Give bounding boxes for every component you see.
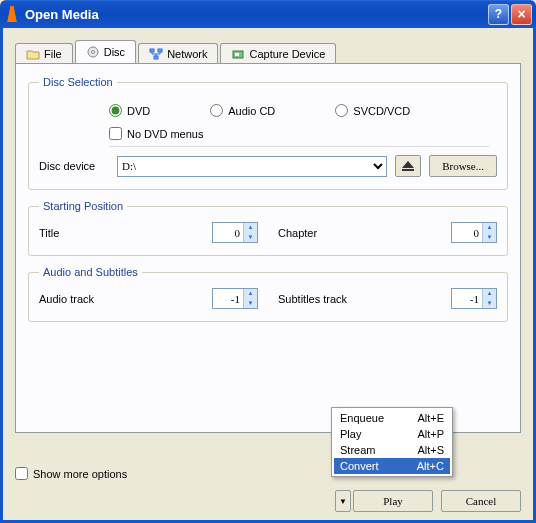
title-spinner[interactable]: ▲▼ [212, 222, 258, 243]
window-body: File Disc Network Capture Device Disc Se… [0, 28, 536, 523]
window-title: Open Media [25, 7, 486, 22]
subtitles-track-label: Subtitles track [278, 293, 451, 305]
chapter-spinner[interactable]: ▲▼ [451, 222, 497, 243]
tab-network[interactable]: Network [138, 43, 218, 64]
audio-subtitles-group: Audio and Subtitles Audio track ▲▼ Subti… [28, 266, 508, 322]
svg-rect-6 [235, 53, 239, 56]
play-dropdown-menu: Enqueue Alt+E Play Alt+P Stream Alt+S Co… [331, 407, 453, 477]
play-button[interactable]: Play [353, 490, 433, 512]
title-bar: Open Media ? × [0, 0, 536, 28]
close-button[interactable]: × [511, 4, 532, 25]
tab-file-label: File [44, 48, 62, 60]
starting-position-legend: Starting Position [39, 200, 127, 212]
audio-spin-buttons[interactable]: ▲▼ [243, 289, 257, 308]
radio-audiocd[interactable]: Audio CD [210, 104, 275, 117]
menu-convert-shortcut: Alt+C [417, 460, 444, 472]
folder-icon [26, 48, 40, 60]
menu-play-label: Play [340, 428, 361, 440]
radio-dvd[interactable]: DVD [109, 104, 150, 117]
menu-convert-label: Convert [340, 460, 379, 472]
eject-button[interactable] [395, 155, 421, 177]
bottom-area: Show more options ▼ Play Cancel Enqueue … [15, 467, 521, 512]
menu-item-play[interactable]: Play Alt+P [334, 426, 450, 442]
starting-position-group: Starting Position Title ▲▼ Chapter ▲▼ [28, 200, 508, 256]
tab-file[interactable]: File [15, 43, 73, 64]
tab-capture[interactable]: Capture Device [220, 43, 336, 64]
disc-icon [86, 46, 100, 58]
menu-enqueue-label: Enqueue [340, 412, 384, 424]
radio-audiocd-label: Audio CD [228, 105, 275, 117]
svg-rect-3 [158, 49, 162, 52]
eject-icon [402, 161, 414, 171]
network-icon [149, 48, 163, 60]
menu-stream-label: Stream [340, 444, 375, 456]
show-more-checkbox[interactable] [15, 467, 28, 480]
no-dvd-menus-label: No DVD menus [127, 128, 203, 140]
vlc-icon [4, 6, 20, 22]
subtitles-track-input[interactable] [452, 289, 482, 308]
help-button[interactable]: ? [488, 4, 509, 25]
subs-spin-buttons[interactable]: ▲▼ [482, 289, 496, 308]
show-more-label: Show more options [33, 468, 127, 480]
chapter-spin-buttons[interactable]: ▲▼ [482, 223, 496, 242]
chapter-input[interactable] [452, 223, 482, 242]
radio-svcd-input[interactable] [335, 104, 348, 117]
subtitles-track-spinner[interactable]: ▲▼ [451, 288, 497, 309]
capture-icon [231, 48, 245, 60]
disc-selection-group: Disc Selection DVD Audio CD SVCD/VCD No … [28, 76, 508, 190]
radio-dvd-input[interactable] [109, 104, 122, 117]
radio-svcd-label: SVCD/VCD [353, 105, 410, 117]
menu-item-enqueue[interactable]: Enqueue Alt+E [334, 410, 450, 426]
tab-content-disc: Disc Selection DVD Audio CD SVCD/VCD No … [15, 63, 521, 433]
svg-point-1 [91, 51, 94, 54]
menu-play-shortcut: Alt+P [417, 428, 444, 440]
title-label: Title [39, 227, 212, 239]
tab-disc[interactable]: Disc [75, 40, 136, 63]
svg-rect-4 [154, 56, 158, 59]
chapter-label: Chapter [278, 227, 451, 239]
menu-enqueue-shortcut: Alt+E [417, 412, 444, 424]
tab-capture-label: Capture Device [249, 48, 325, 60]
svg-rect-2 [150, 49, 154, 52]
play-dropdown-button[interactable]: ▼ [335, 490, 351, 512]
menu-stream-shortcut: Alt+S [417, 444, 444, 456]
tab-disc-label: Disc [104, 46, 125, 58]
disc-selection-legend: Disc Selection [39, 76, 117, 88]
audio-track-spinner[interactable]: ▲▼ [212, 288, 258, 309]
disc-device-combo[interactable]: D:\ [117, 156, 387, 177]
no-dvd-menus-checkbox[interactable] [109, 127, 122, 140]
menu-item-stream[interactable]: Stream Alt+S [334, 442, 450, 458]
divider [109, 146, 489, 147]
audio-track-label: Audio track [39, 293, 212, 305]
title-spin-buttons[interactable]: ▲▼ [243, 223, 257, 242]
disc-device-label: Disc device [39, 160, 109, 172]
radio-audiocd-input[interactable] [210, 104, 223, 117]
menu-item-convert[interactable]: Convert Alt+C [334, 458, 450, 474]
radio-svcd[interactable]: SVCD/VCD [335, 104, 410, 117]
title-input[interactable] [213, 223, 243, 242]
tab-network-label: Network [167, 48, 207, 60]
audio-track-input[interactable] [213, 289, 243, 308]
radio-dvd-label: DVD [127, 105, 150, 117]
audio-subtitles-legend: Audio and Subtitles [39, 266, 142, 278]
tab-bar: File Disc Network Capture Device [15, 40, 521, 63]
browse-button[interactable]: Browse... [429, 155, 497, 177]
cancel-button[interactable]: Cancel [441, 490, 521, 512]
